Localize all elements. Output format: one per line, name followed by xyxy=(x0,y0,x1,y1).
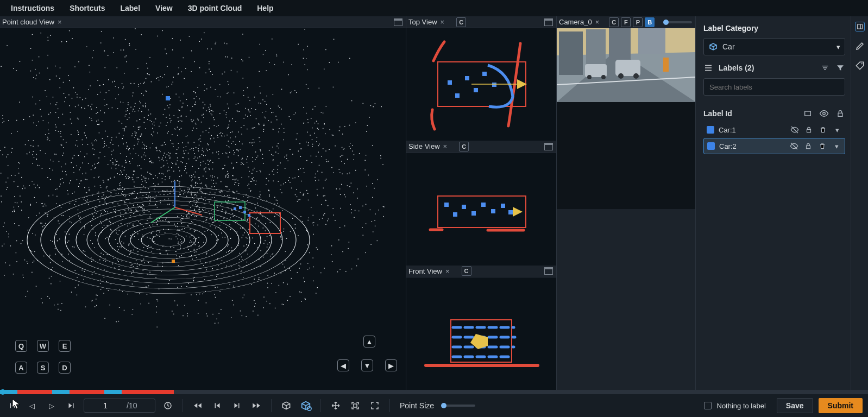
svg-rect-907 xyxy=(194,209,195,210)
menu-shortcuts[interactable]: Shortcuts xyxy=(63,1,111,16)
svg-rect-853 xyxy=(110,142,110,143)
submit-button[interactable]: Submit xyxy=(819,398,863,413)
camera-mode-b[interactable]: B xyxy=(645,17,655,27)
point-size-slider[interactable] xyxy=(443,405,475,407)
key-a[interactable]: A xyxy=(15,362,27,374)
timeline[interactable] xyxy=(0,390,868,394)
top-view-canvas[interactable] xyxy=(406,28,556,141)
tag-icon[interactable] xyxy=(855,61,865,71)
svg-rect-754 xyxy=(191,185,192,186)
key-w[interactable]: W xyxy=(37,340,49,352)
front-view-maximize-icon[interactable] xyxy=(544,267,553,275)
first-frame-icon[interactable] xyxy=(5,399,20,413)
panel-icon[interactable] xyxy=(855,22,865,31)
label-category-select[interactable]: Car ▾ xyxy=(703,38,845,55)
rewind-icon[interactable] xyxy=(191,399,205,413)
save-button[interactable]: Save xyxy=(777,398,813,413)
nav-down-icon[interactable]: ▼ xyxy=(361,359,373,371)
svg-rect-879 xyxy=(351,183,351,184)
cube-add-icon[interactable] xyxy=(299,399,313,413)
top-view-mode-c[interactable]: C xyxy=(456,17,466,27)
timeline-playhead[interactable] xyxy=(0,389,5,395)
svg-rect-562 xyxy=(139,108,140,109)
edit-icon[interactable] xyxy=(855,41,865,51)
svg-rect-1778 xyxy=(2,116,3,116)
front-view-close[interactable]: × xyxy=(445,267,450,275)
eye-off-icon[interactable] xyxy=(789,141,799,151)
front-view-mode-c[interactable]: C xyxy=(462,266,471,276)
svg-rect-1570 xyxy=(80,151,80,152)
side-view-close[interactable]: × xyxy=(443,142,448,150)
svg-rect-1524 xyxy=(225,201,226,201)
svg-rect-1093 xyxy=(116,137,116,137)
cube-tool-icon[interactable] xyxy=(279,399,293,413)
key-d[interactable]: D xyxy=(59,362,71,374)
trash-icon[interactable] xyxy=(817,141,827,151)
eye-off-icon[interactable] xyxy=(790,125,800,135)
fullscreen-icon[interactable] xyxy=(368,399,382,413)
box-icon[interactable] xyxy=(803,109,813,118)
top-view-maximize-icon[interactable] xyxy=(544,18,553,26)
move-tool-icon[interactable] xyxy=(329,399,343,413)
menu-help[interactable]: Help xyxy=(250,1,280,16)
play-icon[interactable]: ▷ xyxy=(45,399,59,413)
menu-view[interactable]: View xyxy=(149,1,179,16)
fit-tool-icon[interactable] xyxy=(348,399,362,413)
svg-rect-2277 xyxy=(188,212,189,213)
trash-icon[interactable] xyxy=(818,125,828,135)
lock-icon[interactable] xyxy=(804,125,814,135)
key-q[interactable]: Q xyxy=(15,340,27,352)
key-e[interactable]: E xyxy=(59,340,71,352)
chevron-down-icon[interactable]: ▾ xyxy=(832,141,841,151)
history-icon[interactable] xyxy=(161,399,175,413)
nav-up-icon[interactable]: ▲ xyxy=(363,336,375,348)
label-item-car-1[interactable]: Car:1 ▾ xyxy=(703,122,845,138)
svg-rect-978 xyxy=(215,176,215,177)
nav-left-icon[interactable]: ◀ xyxy=(337,359,349,371)
point-cloud-tab-close[interactable]: × xyxy=(58,18,62,26)
camera-mode-p[interactable]: P xyxy=(633,17,643,27)
chevron-down-icon[interactable]: ▾ xyxy=(832,125,842,135)
label-item-car-2[interactable]: Car:2 ▾ xyxy=(703,138,845,154)
side-view-maximize-icon[interactable] xyxy=(544,143,553,150)
step-back-icon[interactable] xyxy=(210,399,224,413)
menu-label[interactable]: Label xyxy=(114,1,147,16)
camera-mode-f[interactable]: F xyxy=(621,17,631,27)
nothing-to-label-checkbox[interactable] xyxy=(704,402,712,409)
camera-tab-close[interactable]: × xyxy=(595,18,600,26)
camera-mode-c[interactable]: C xyxy=(609,17,619,27)
side-view-canvas[interactable] xyxy=(406,153,556,265)
next-frame-icon[interactable] xyxy=(64,399,78,413)
front-view-canvas[interactable] xyxy=(406,277,556,390)
frame-number-input[interactable]: /10 xyxy=(84,399,155,413)
fast-forward-icon[interactable] xyxy=(249,399,263,413)
point-cloud-maximize-icon[interactable] xyxy=(394,18,402,26)
svg-rect-758 xyxy=(107,191,108,191)
point-cloud-canvas[interactable]: Q W E A S D ▲ ◀ ▼ ▶ xyxy=(0,28,406,390)
nav-right-icon[interactable]: ▶ xyxy=(385,359,397,371)
svg-rect-691 xyxy=(86,201,87,201)
svg-rect-2137 xyxy=(23,277,23,277)
camera-zoom-slider[interactable] xyxy=(665,21,692,23)
svg-rect-1656 xyxy=(289,268,290,269)
prev-frame-icon[interactable]: ◁ xyxy=(25,399,39,413)
svg-rect-2451 xyxy=(196,211,196,212)
svg-rect-2430 xyxy=(115,165,116,165)
svg-rect-2148 xyxy=(165,176,166,177)
lock-icon[interactable] xyxy=(803,141,813,151)
sort-icon[interactable] xyxy=(820,63,830,73)
filter-icon[interactable] xyxy=(835,63,845,73)
eye-icon[interactable] xyxy=(819,109,829,118)
menu-instructions[interactable]: Instructions xyxy=(4,1,61,16)
svg-rect-1765 xyxy=(232,131,232,132)
svg-rect-1390 xyxy=(6,189,7,189)
lock-icon[interactable] xyxy=(835,109,845,118)
label-search-input[interactable] xyxy=(703,78,845,96)
key-s[interactable]: S xyxy=(37,362,49,374)
camera-canvas[interactable] xyxy=(557,28,695,209)
side-view-mode-c[interactable]: C xyxy=(459,142,469,151)
step-fwd-icon[interactable] xyxy=(230,399,244,413)
svg-rect-2440 xyxy=(77,140,77,141)
top-view-close[interactable]: × xyxy=(441,18,445,26)
menu-3d-point-cloud[interactable]: 3D point Cloud xyxy=(181,1,249,16)
